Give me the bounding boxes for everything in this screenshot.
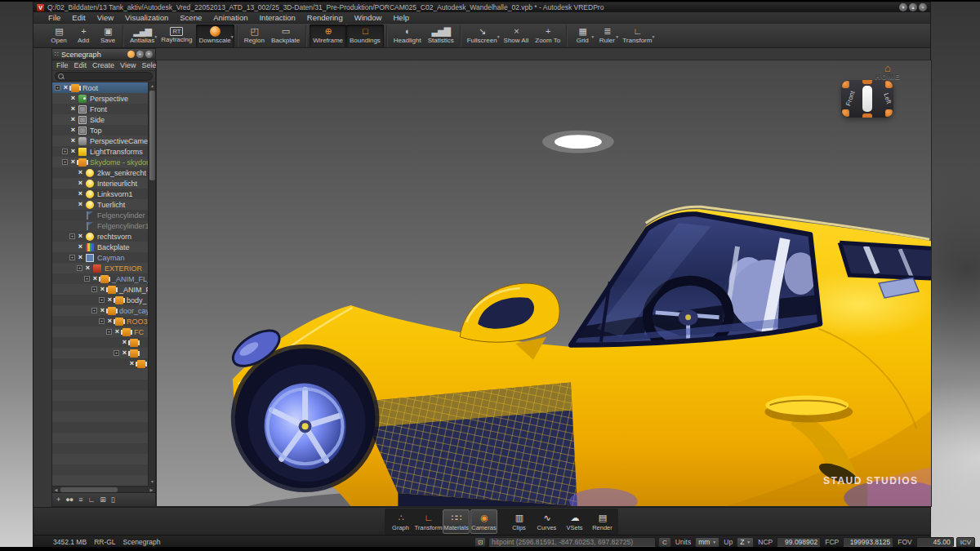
window-maximize-button[interactable]: ▴ bbox=[909, 3, 917, 11]
visibility-checkbox[interactable]: × bbox=[77, 189, 84, 199]
chevron-down-icon[interactable]: ▼ bbox=[497, 34, 501, 39]
filter-icon[interactable]: ≡ bbox=[78, 495, 82, 504]
toolbar-antialias-button[interactable]: ▂▄▆Antialias▼ bbox=[127, 24, 158, 47]
toolbar-wireframe-button[interactable]: ⊕Wireframe bbox=[310, 24, 346, 47]
visibility-checkbox[interactable]: × bbox=[77, 178, 84, 189]
viewcube-edge-icon[interactable] bbox=[862, 80, 872, 84]
toolbar-add-button[interactable]: +Add bbox=[71, 24, 96, 47]
fov-field[interactable] bbox=[916, 537, 954, 547]
menu-edit[interactable]: Edit bbox=[72, 13, 85, 22]
expander-icon[interactable]: + bbox=[62, 159, 68, 165]
scenegraph-menu-file[interactable]: File bbox=[56, 61, 69, 69]
tree-row-root[interactable]: +×Root bbox=[52, 82, 148, 93]
visibility-checkbox[interactable]: × bbox=[69, 114, 77, 125]
toolbar-statistics-button[interactable]: ▃▅▇Statistics bbox=[425, 24, 457, 47]
tree-horizontal-scrollbar[interactable]: ◀ ▶ bbox=[52, 486, 155, 492]
scenegraph-menu-edit[interactable]: Edit bbox=[74, 61, 87, 69]
viewcube-edge-icon[interactable] bbox=[862, 113, 872, 118]
viewcube-corner-icon[interactable] bbox=[842, 109, 849, 117]
tree-row-felgencylinder1[interactable]: Felgencylinder1 bbox=[52, 220, 148, 231]
tree-row-perspective[interactable]: ×Perspective bbox=[52, 93, 148, 104]
panel-pin-button[interactable] bbox=[127, 51, 135, 58]
tree-row-anim-fl[interactable]: +×_ANIM_FL bbox=[52, 284, 148, 295]
expander-icon[interactable]: + bbox=[99, 318, 105, 324]
select-dots-icon[interactable]: ●● bbox=[65, 495, 73, 504]
chevron-down-icon[interactable]: ▼ bbox=[230, 34, 234, 39]
visibility-checkbox[interactable]: × bbox=[69, 125, 77, 136]
menu-window[interactable]: Window bbox=[354, 13, 382, 22]
dock-clips-button[interactable]: ▥Clips bbox=[506, 509, 532, 534]
transform-node-icon[interactable]: ∟ bbox=[87, 495, 94, 504]
expander-icon[interactable]: + bbox=[99, 297, 105, 303]
viewport-3d-canvas[interactable] bbox=[157, 60, 931, 506]
up-axis-select[interactable]: Z ▼ bbox=[737, 537, 754, 548]
visibility-checkbox[interactable]: × bbox=[69, 146, 77, 157]
tree-row-door-cayr[interactable]: +×door_cayr bbox=[52, 305, 148, 316]
dock-materials-button[interactable]: ∷∷Materials bbox=[443, 509, 470, 534]
dock-graph-button[interactable]: ∴Graph bbox=[387, 509, 414, 534]
visibility-checkbox[interactable]: × bbox=[77, 242, 84, 252]
tree-row-roo31[interactable]: +×ROO31 bbox=[52, 316, 148, 327]
scroll-down-icon[interactable]: ▾ bbox=[149, 478, 156, 486]
visibility-checkbox[interactable]: × bbox=[69, 93, 77, 104]
viewcube-left-face[interactable]: Left bbox=[882, 92, 893, 104]
menu-view[interactable]: View bbox=[97, 13, 114, 22]
panel-float-button[interactable]: + bbox=[136, 51, 144, 58]
tree-row-node[interactable]: +× bbox=[52, 348, 148, 358]
fcp-field[interactable] bbox=[843, 537, 893, 547]
window-minimize-button[interactable]: ▾ bbox=[899, 3, 907, 11]
tree-row-backplate[interactable]: ×Backplate bbox=[52, 242, 148, 252]
tree-row-top[interactable]: ×Top bbox=[52, 125, 148, 136]
viewcube-front-face[interactable]: Front bbox=[844, 90, 856, 107]
add-node-icon[interactable]: + bbox=[56, 495, 60, 504]
visibility-checkbox[interactable]: × bbox=[77, 231, 84, 242]
visibility-checkbox[interactable]: × bbox=[91, 273, 99, 284]
search-input[interactable] bbox=[62, 73, 152, 80]
tree-row-fc[interactable]: +×FC bbox=[52, 327, 148, 337]
menu-help[interactable]: Help bbox=[393, 13, 409, 22]
duplicate-icon[interactable]: ⊞ bbox=[100, 495, 105, 504]
menu-scene[interactable]: Scene bbox=[180, 13, 202, 22]
visibility-checkbox[interactable]: × bbox=[106, 316, 114, 327]
tree-row-anim-fl-do[interactable]: +×_ANIM_FL_Do bbox=[52, 273, 148, 284]
dock-curves-button[interactable]: ∿Curves bbox=[533, 509, 560, 534]
visibility-checkbox[interactable]: × bbox=[69, 136, 77, 146]
tree-row-felgencylinder[interactable]: Felgencylinder bbox=[52, 210, 148, 220]
expander-icon[interactable]: + bbox=[91, 287, 97, 292]
hitpoint-field[interactable] bbox=[488, 537, 656, 547]
toolbar-downscale-button[interactable]: Downscale▼ bbox=[196, 24, 234, 47]
visibility-checkbox[interactable]: × bbox=[77, 167, 84, 178]
visibility-checkbox[interactable]: × bbox=[114, 327, 121, 337]
viewcube-corner-icon[interactable] bbox=[842, 81, 849, 88]
toolbar-grid-button[interactable]: ▦Grid▼ bbox=[570, 24, 595, 47]
scenegraph-menu-view[interactable]: View bbox=[120, 61, 136, 69]
expander-icon[interactable]: + bbox=[69, 233, 75, 239]
tree-row-cayman[interactable]: +×Cayman bbox=[52, 252, 148, 263]
tree-row-side[interactable]: ×Side bbox=[52, 114, 148, 125]
tree-row-lighttransforms[interactable]: +×LightTransforms bbox=[52, 146, 148, 157]
window-close-button[interactable]: × bbox=[919, 3, 927, 11]
c-button[interactable]: C bbox=[658, 537, 671, 548]
tree-row-exterior[interactable]: +×EXTERIOR bbox=[52, 263, 148, 273]
menu-rendering[interactable]: Rendering bbox=[307, 13, 343, 22]
visibility-checkbox[interactable]: × bbox=[128, 358, 136, 369]
toolbar-zoomto-button[interactable]: +Zoom To bbox=[532, 24, 564, 47]
toolbar-headlight-button[interactable]: ◐Headlight bbox=[390, 24, 425, 47]
menu-interaction[interactable]: Interaction bbox=[259, 13, 295, 22]
toolbar-boundings-button[interactable]: □Boundings bbox=[346, 24, 384, 47]
expander-icon[interactable]: + bbox=[77, 265, 82, 271]
viewcube-active-edge[interactable] bbox=[862, 86, 872, 112]
icv-button[interactable]: ICV bbox=[956, 537, 975, 548]
expander-icon[interactable]: + bbox=[106, 329, 112, 335]
scrollbar-thumb[interactable] bbox=[149, 91, 155, 180]
menu-visualization[interactable]: Visualization bbox=[125, 13, 168, 22]
toolbar-raytracing-button[interactable]: RTRaytracing bbox=[158, 24, 195, 47]
visibility-checkbox[interactable]: × bbox=[84, 263, 91, 273]
scroll-up-icon[interactable]: ▴ bbox=[149, 82, 156, 90]
expander-icon[interactable]: + bbox=[69, 255, 75, 260]
snap-icon[interactable]: ⊡ bbox=[474, 537, 486, 547]
toolbar-backplate-button[interactable]: ▭Backplate bbox=[268, 24, 303, 47]
expander-icon[interactable]: + bbox=[91, 308, 97, 313]
scenegraph-menu-create[interactable]: Create bbox=[92, 61, 114, 69]
units-select[interactable]: mm ▼ bbox=[695, 537, 719, 548]
